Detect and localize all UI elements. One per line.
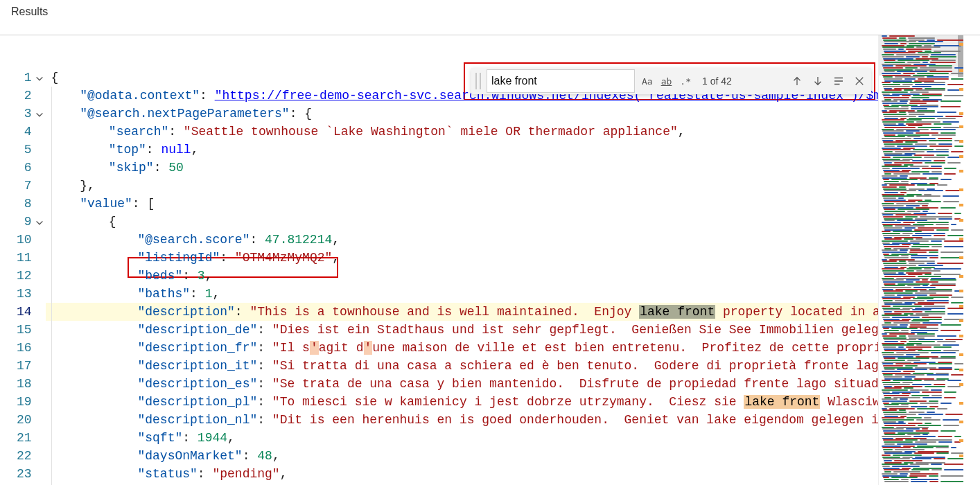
minimap-hit-marker (959, 112, 963, 115)
code-line[interactable]: "beds": 3, (46, 267, 878, 285)
code-line[interactable]: "sqft": 1944, (46, 429, 878, 447)
punctuation: , (212, 287, 220, 301)
code-line[interactable]: "daysOnMarket": 48, (46, 447, 878, 465)
results-title: Results (11, 6, 48, 17)
fold-chevron-icon[interactable] (35, 215, 44, 225)
line-number: 18 (17, 377, 32, 391)
code-line[interactable]: "top": null, (46, 141, 878, 159)
find-input[interactable] (487, 69, 635, 93)
minimap-hit-marker (959, 275, 963, 278)
code-line[interactable]: "@search.score": 47.812214, (46, 231, 878, 249)
line-number-gutter: 123456789101112131415161718192021222324 (17, 35, 46, 485)
find-previous-button[interactable] (789, 73, 805, 89)
line-number: 6 (24, 161, 32, 175)
json-null: null (161, 143, 191, 157)
punctuation: : { (290, 107, 312, 121)
minimap-hit-marker (959, 402, 963, 405)
minimap-hit-marker (959, 155, 963, 158)
punctuation: , (678, 125, 685, 139)
punctuation: : (182, 431, 198, 445)
line-number: 8 (24, 197, 32, 211)
line-number: 10 (17, 233, 32, 247)
fold-chevron-icon[interactable] (35, 71, 44, 81)
json-string: "pending" (212, 467, 279, 481)
code-line[interactable]: "description_pl": "To miesci sie w kamie… (46, 393, 878, 411)
json-key: "description_fr" (137, 341, 257, 355)
code-line[interactable]: "description_nl": "Dit is een herenhuis … (46, 411, 878, 429)
find-selection-toggle[interactable] (831, 73, 846, 89)
find-resize-grip[interactable] (475, 73, 481, 89)
punctuation: : (243, 449, 258, 463)
json-number: 1 (205, 287, 213, 301)
find-next-button[interactable] (810, 73, 825, 89)
json-key: "beds" (137, 269, 182, 283)
code-line[interactable]: "description_es": "Se trata de una casa … (46, 375, 878, 393)
code-line[interactable]: "skip": 50 (46, 159, 878, 177)
json-number: 48 (257, 449, 272, 463)
json-number: 50 (168, 161, 184, 175)
find-close-button[interactable] (852, 73, 867, 89)
json-string: "Si tratta di una casa a schiera ed è be… (272, 359, 878, 373)
code-line[interactable]: "baths": 1, (46, 285, 878, 303)
json-string: une maison de ville et est bien entreten… (372, 341, 878, 355)
line-number: 12 (17, 269, 32, 283)
punctuation: { (109, 215, 116, 229)
code-line[interactable]: }, (46, 177, 878, 195)
minimap-hit-marker (959, 455, 963, 457)
results-panel: Aa ab .* 1 of 42 12345678910111213141516… (0, 35, 980, 485)
code-line[interactable]: "value": [ (46, 195, 878, 213)
json-string: "Seattle townhouse `Lake Washington` mie… (184, 125, 678, 139)
code-line[interactable]: "status": "pending", (46, 465, 878, 483)
code-line[interactable]: "description_it": "Si tratta di una casa… (46, 357, 878, 375)
line-number: 1 (24, 71, 32, 85)
code-line[interactable]: "@search.nextPageParameters": { (46, 105, 878, 123)
json-key: "search" (109, 125, 168, 139)
find-match-count: 1 of 42 (702, 76, 732, 87)
code-line[interactable]: "search": "Seattle townhouse `Lake Washi… (46, 123, 878, 141)
punctuation: : (146, 143, 161, 157)
json-key: "value" (80, 197, 132, 211)
minimap-hit-marker (959, 188, 963, 191)
json-string: property located in a cul-d (715, 305, 878, 319)
minimap-hit-marker (959, 43, 963, 46)
punctuation: : (250, 233, 265, 247)
json-number: 47.812214 (265, 233, 332, 247)
match-case-toggle[interactable]: Aa (640, 75, 654, 88)
search-hit: lake front (744, 395, 820, 409)
code-line[interactable]: "description": "This is a townhouse and … (46, 303, 878, 321)
code-area[interactable]: { "@odata.context": "https://free-demo-s… (46, 35, 878, 485)
json-string: Wlasciwosc po (820, 395, 878, 409)
line-number: 3 (24, 107, 32, 121)
code-editor[interactable]: 123456789101112131415161718192021222324 … (17, 35, 878, 485)
minimap[interactable] (878, 35, 963, 485)
minimap-hit-marker (959, 369, 963, 371)
line-number: 19 (17, 395, 32, 409)
json-key: "listingId" (137, 251, 220, 265)
json-key: "description_es" (137, 377, 257, 391)
punctuation: , (280, 467, 288, 481)
code-line[interactable]: { (46, 213, 878, 231)
line-number: 7 (24, 179, 32, 193)
minimap-hit-marker (959, 439, 963, 442)
line-number: 2 (24, 89, 32, 103)
punctuation: : (168, 125, 184, 139)
match-highlight: ' (310, 341, 319, 355)
punctuation: : (198, 467, 213, 481)
json-string: "Dit is een herenhuis en is goed onderho… (272, 413, 878, 427)
regex-toggle[interactable]: .* (679, 75, 692, 88)
match-whole-word-toggle[interactable]: ab (660, 75, 674, 88)
code-line[interactable]: "description_fr": "Il s'agit d'une maiso… (46, 339, 878, 357)
json-key: "top" (109, 143, 146, 157)
code-line[interactable]: "description_de": "Dies ist ein Stadthau… (46, 321, 878, 339)
json-key: "baths" (137, 287, 190, 301)
line-number: 23 (17, 467, 32, 481)
json-string: "To miesci sie w kamienicy i jest dobrze… (272, 395, 744, 409)
minimap-hit-marker (959, 125, 963, 128)
json-key: "status" (137, 467, 197, 481)
json-key: "skip" (109, 161, 154, 175)
punctuation: , (191, 143, 199, 157)
fold-chevron-icon[interactable] (35, 107, 44, 117)
json-key: "description_de" (137, 323, 257, 337)
json-string: agit d (319, 341, 364, 355)
code-line[interactable]: "listingId": "OTM4MzMyMQ2", (46, 249, 878, 267)
